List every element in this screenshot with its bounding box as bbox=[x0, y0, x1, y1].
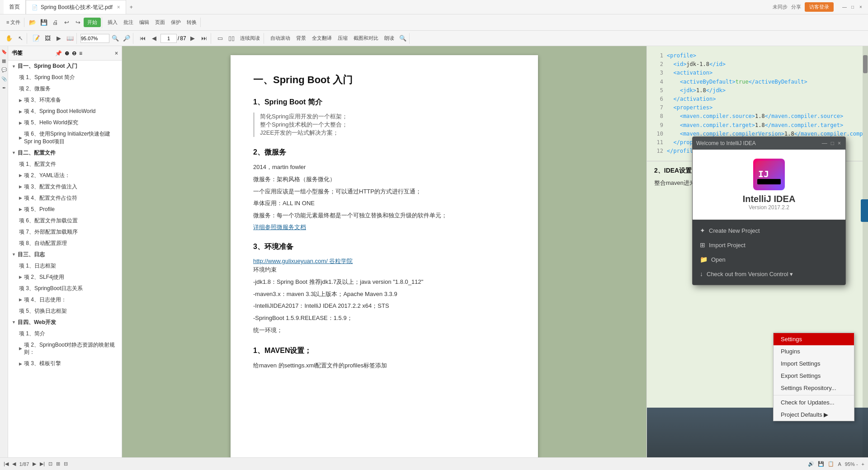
tree-item-2-7[interactable]: 项 7、外部配置加载顺序 bbox=[8, 226, 122, 238]
sidebar-collapse-btn[interactable]: ⊖ bbox=[72, 50, 76, 56]
tree-item-2-2[interactable]: ▶ 项 2、YAML语法： bbox=[8, 170, 122, 181]
select-btn[interactable]: ↖ bbox=[15, 33, 26, 44]
import-project-btn[interactable]: ⊞ Import Project bbox=[693, 238, 845, 252]
pdf-office-btn[interactable]: 📝 bbox=[31, 33, 42, 44]
status-nav-prev[interactable]: ◀ bbox=[12, 461, 16, 467]
new-tab-btn[interactable]: + bbox=[126, 2, 137, 12]
continuous-btn[interactable]: 连续阅读 bbox=[237, 33, 263, 43]
tree-item-2[interactable]: ▼ 目二、配置文件 bbox=[8, 147, 122, 159]
scrollbar-thumb[interactable] bbox=[863, 55, 868, 73]
hand-btn[interactable]: ✋ bbox=[4, 33, 14, 44]
ctx-import-settings[interactable]: Import Settings bbox=[774, 357, 854, 370]
status-fit-height[interactable]: ⊟ bbox=[64, 461, 68, 467]
tree-item-1-5[interactable]: ▶ 项 5、Hello World探究 bbox=[8, 117, 122, 128]
page-input[interactable] bbox=[160, 34, 177, 43]
zoom-out-btn[interactable]: 🔍 bbox=[110, 33, 121, 44]
status-font-icon[interactable]: A bbox=[838, 461, 841, 467]
tree-item-4-2[interactable]: ▶ 项 2、SpringBoot对静态资源的映射规则： bbox=[8, 339, 122, 358]
pdf-tab[interactable]: 📄 Spring Boot核心技术-笔记.pdf × bbox=[26, 0, 126, 14]
open-btn-idea[interactable]: 📁 Open bbox=[693, 252, 845, 267]
sidebar-close-btn[interactable]: × bbox=[115, 50, 118, 56]
tree-item-3-3[interactable]: 项 3、SpringBoot日志关系 bbox=[8, 283, 122, 294]
idea-close-btn[interactable]: × bbox=[837, 140, 842, 146]
checkout-btn[interactable]: ↓ Check out from Version Control ▾ bbox=[693, 267, 845, 281]
open-btn[interactable]: 📂 bbox=[27, 17, 38, 28]
share-btn[interactable]: 分享 bbox=[791, 4, 801, 10]
tree-item-2-6[interactable]: 项 6、配置文件加载位置 bbox=[8, 215, 122, 226]
batch-btn[interactable]: 批注 bbox=[121, 18, 136, 27]
right-scrollbar[interactable] bbox=[863, 46, 868, 457]
home-tab[interactable]: 首页 bbox=[4, 0, 26, 14]
status-nav-first[interactable]: |◀ bbox=[4, 461, 9, 467]
ctx-settings-repo[interactable]: Settings Repository... bbox=[774, 382, 854, 394]
status-fit-width[interactable]: ⊡ bbox=[48, 461, 52, 467]
idea-maximize-btn[interactable]: □ bbox=[830, 140, 835, 146]
tree-item-3-5[interactable]: 项 5、切换日志框架 bbox=[8, 306, 122, 317]
tab-close-btn[interactable]: × bbox=[117, 4, 120, 10]
single-page-btn[interactable]: ▭ bbox=[215, 33, 226, 44]
print-btn[interactable]: 🖨 bbox=[50, 17, 61, 28]
first-page-btn[interactable]: ⏮ bbox=[137, 33, 148, 44]
minimize-btn[interactable]: — bbox=[841, 4, 848, 11]
read-aloud-btn[interactable]: 朗读 bbox=[382, 33, 397, 43]
page-btn[interactable]: 页面 bbox=[152, 18, 168, 27]
tree-item-3-2[interactable]: ▶ 项 2、SLF4j使用 bbox=[8, 272, 122, 283]
tree-item-1[interactable]: ▼ 目一、Spring Boot 入门 bbox=[8, 61, 122, 72]
ctx-check-updates[interactable]: Check for Updates... bbox=[774, 396, 854, 409]
tree-item-3[interactable]: ▼ 目三、日志 bbox=[8, 249, 122, 260]
tree-item-1-4[interactable]: ▶ 项 4、Spring Boot HelloWorld bbox=[8, 106, 122, 117]
guest-login-btn[interactable]: 访客登录 bbox=[805, 2, 834, 12]
maximize-btn[interactable]: □ bbox=[849, 4, 856, 11]
right-tab[interactable] bbox=[861, 199, 868, 222]
tree-item-3-1[interactable]: 项 1、日志框架 bbox=[8, 260, 122, 272]
bookmark-icon[interactable]: 🔖 bbox=[0, 48, 8, 55]
tree-item-2-4[interactable]: ▶ 项 4、配置文件占位符 bbox=[8, 193, 122, 204]
redo-btn[interactable]: ↪ bbox=[72, 17, 83, 28]
search-btn[interactable]: 🔍 bbox=[397, 33, 408, 44]
last-page-btn[interactable]: ⏭ bbox=[199, 33, 210, 44]
start-btn[interactable]: 开始 bbox=[84, 18, 101, 27]
bg-btn[interactable]: 背景 bbox=[293, 33, 309, 43]
tree-item-1-6[interactable]: ▶ 项 6、使用Spring Initializer快速创建Spr ing Bo… bbox=[8, 128, 122, 147]
undo-btn[interactable]: ↩ bbox=[61, 17, 72, 28]
tree-item-2-5[interactable]: ▶ 项 5、Profile bbox=[8, 204, 122, 215]
attach-icon[interactable]: 📎 bbox=[0, 75, 8, 82]
tree-item-2-3[interactable]: ▶ 项 3、配置文件值注入 bbox=[8, 181, 122, 193]
zoom-in-btn[interactable]: 🔎 bbox=[121, 33, 132, 44]
status-nav-next[interactable]: ▶ bbox=[33, 461, 36, 467]
tree-item-2-1[interactable]: 项 1、配置文件 bbox=[8, 159, 122, 170]
tree-item-4-1[interactable]: 项 1、简介 bbox=[8, 328, 122, 339]
status-nav-last[interactable]: ▶| bbox=[40, 461, 45, 467]
save-btn[interactable]: 💾 bbox=[38, 17, 49, 28]
idea-minimize-btn[interactable]: — bbox=[821, 140, 828, 146]
thumb-icon[interactable]: ▦ bbox=[0, 57, 8, 64]
sidebar-expand-btn[interactable]: ⊕ bbox=[65, 50, 69, 56]
close-btn[interactable]: × bbox=[857, 4, 864, 11]
ctx-plugins[interactable]: Plugins bbox=[774, 345, 854, 357]
ctx-settings[interactable]: Settings bbox=[774, 333, 854, 345]
convert-btn[interactable]: 转换 bbox=[184, 18, 199, 27]
zoom-input[interactable] bbox=[80, 34, 109, 43]
microservice-link[interactable]: 详细参照微服务文档 bbox=[253, 224, 306, 230]
academy-link[interactable]: http://www.gulixueyuan.com/ 谷粒学院 bbox=[253, 258, 353, 264]
menu-btn[interactable]: ≡ 文件 bbox=[4, 18, 23, 27]
tree-item-1-2[interactable]: 项 2、微服务 bbox=[8, 83, 122, 94]
tree-item-1-3[interactable]: ▶ 项 3、环境准备 bbox=[8, 94, 122, 106]
ctx-project-defaults[interactable]: Project Defaults ▶ bbox=[774, 409, 854, 421]
tree-item-4-3[interactable]: ▶ 项 3、模板引擎 bbox=[8, 358, 122, 369]
create-project-btn[interactable]: ✦ Create New Project bbox=[693, 223, 845, 238]
edit-btn[interactable]: 编辑 bbox=[137, 18, 152, 27]
prev-page-btn[interactable]: ◀ bbox=[149, 33, 160, 44]
double-page-btn[interactable]: ▯▯ bbox=[226, 33, 237, 44]
protect-btn[interactable]: 保护 bbox=[168, 18, 184, 27]
tree-item-3-4[interactable]: ▶ 项 4、日志使用： bbox=[8, 294, 122, 306]
status-save-icon[interactable]: 💾 bbox=[818, 461, 824, 467]
status-clipboard-icon[interactable]: 📋 bbox=[828, 461, 834, 467]
read-mode-btn[interactable]: 📖 bbox=[65, 33, 75, 44]
ctx-export-settings[interactable]: Export Settings bbox=[774, 370, 854, 382]
status-zoom-in[interactable]: + bbox=[862, 461, 864, 467]
next-page-btn[interactable]: ▶ bbox=[187, 33, 198, 44]
screenshot-btn[interactable]: 截图和对比 bbox=[351, 33, 381, 43]
insert-btn[interactable]: 插入 bbox=[105, 18, 120, 27]
tree-item-4[interactable]: ▼ 目四、Web开发 bbox=[8, 317, 122, 328]
